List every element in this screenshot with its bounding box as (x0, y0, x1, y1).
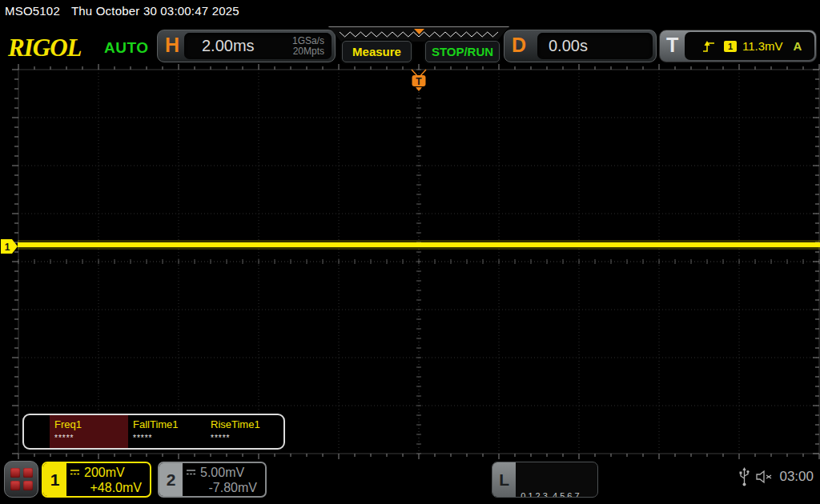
delay-label: D (512, 34, 526, 57)
measurement-panel: Freq1 ***** FallTime1 ***** RiseTime1 **… (22, 414, 285, 450)
datetime-label: Thu October 30 03:00:47 2025 (71, 4, 239, 18)
speaker-muted-icon[interactable] (756, 470, 773, 484)
trigger-label: T (666, 34, 678, 57)
measurement-risetime1[interactable]: RiseTime1 ***** (206, 415, 283, 448)
waveform-preview-strip[interactable] (328, 26, 509, 42)
measure-button[interactable]: Measure (342, 41, 412, 62)
model-label: MSO5102 (5, 4, 60, 18)
channel-1-scale: 200mV (84, 465, 125, 480)
channel-1-widget[interactable]: 1 200mV +48.0mV (42, 462, 151, 498)
trigger-widget[interactable]: T 1 11.3mV A (659, 30, 817, 62)
trigger-position-marker[interactable]: T (412, 70, 426, 91)
horizontal-label: H (165, 34, 179, 57)
channel-1-offset: +48.0mV (70, 480, 145, 495)
usb-icon[interactable] (739, 467, 750, 486)
channel-1-number: 1 (43, 463, 66, 496)
channel-2-offset: -7.80mV (186, 480, 260, 495)
menu-grid-button[interactable] (4, 461, 38, 498)
acquire-mode-badge: AUTO (104, 39, 148, 57)
menu-grid-icon (10, 468, 20, 478)
logic-channels-widget[interactable]: L 0 1 2 3 4 5 6 7 8 9 10 11 12 13 14 15 (492, 462, 598, 498)
dc-coupling-icon (186, 469, 196, 476)
trigger-source-badge: 1 (724, 41, 737, 52)
dc-coupling-icon (70, 469, 80, 476)
system-tray: 03:00 (739, 467, 820, 486)
trigger-sweep-mode: A (794, 39, 802, 53)
logic-row-1: 0 1 2 3 4 5 6 7 (521, 490, 597, 498)
channel-2-number: 2 (159, 463, 183, 496)
rigol-logo: RIGOL (8, 34, 81, 62)
sample-rate-memory: 1GSa/s 20Mpts (292, 36, 324, 57)
delay-value: 0.00s (549, 37, 588, 55)
channel-2-scale: 5.00mV (200, 465, 244, 480)
trigger-marker-letter: T (416, 76, 422, 87)
timebase-value: 2.00ms (202, 37, 292, 55)
channel-2-widget[interactable]: 2 5.00mV -7.80mV (158, 462, 267, 498)
measurement-falltime1[interactable]: FallTime1 ***** (128, 415, 206, 448)
ch1-trace (18, 240, 820, 250)
status-bar: MSO5102Thu October 30 03:00:47 2025 (5, 4, 239, 18)
rising-edge-icon (702, 40, 715, 53)
grid-lines (12, 64, 819, 459)
clock-label: 03:00 (779, 469, 814, 485)
ch1-ground-marker[interactable]: 1 (1, 239, 18, 254)
delay-widget[interactable]: D 0.00s (504, 30, 657, 62)
measurement-freq1[interactable]: Freq1 ***** (50, 415, 128, 448)
trigger-level-value: 11.3mV (742, 39, 783, 53)
ch1-marker-number: 1 (5, 242, 10, 253)
preview-zigzag (328, 27, 509, 42)
stop-run-button[interactable]: STOP/RUN (425, 41, 500, 62)
oscilloscope-screen: MSO5102Thu October 30 03:00:47 2025 RIGO… (0, 0, 820, 504)
horizontal-timebase-widget[interactable]: H 2.00ms 1GSa/s 20Mpts (157, 30, 336, 62)
logic-label: L (492, 462, 516, 497)
